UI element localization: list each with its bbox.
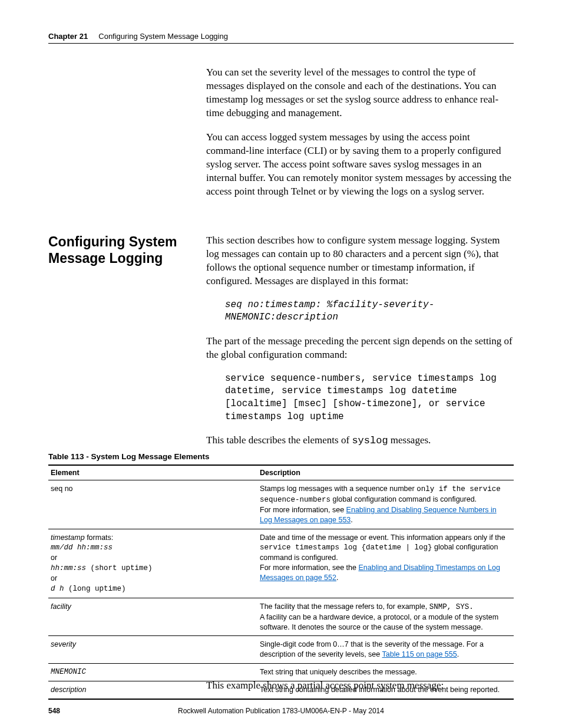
cell-element: seq no bbox=[48, 480, 257, 529]
chapter-title: Configuring System Message Logging bbox=[98, 32, 228, 41]
intro-para-2: You can access logged system messages by… bbox=[206, 131, 514, 199]
section-para-1: This section describes how to configure … bbox=[206, 234, 514, 288]
table-caption: Table 113 - System Log Message Elements bbox=[48, 452, 210, 461]
page-footer: 548 Rockwell Automation Publication 1783… bbox=[48, 707, 514, 715]
cell-description: Single-digit code from 0…7 that is the s… bbox=[257, 636, 514, 664]
cell-description: Date and time of the message or event. T… bbox=[257, 529, 514, 598]
col-element: Element bbox=[48, 465, 257, 480]
code-format: seq no:timestamp: %facility-severity-MNE… bbox=[225, 299, 514, 324]
code-commands: service sequence-numbers, service timest… bbox=[225, 373, 514, 423]
section-heading: Configuring System Message Logging bbox=[48, 234, 196, 266]
after-table-para: This example shows a partial access poin… bbox=[206, 679, 514, 693]
col-description: Description bbox=[257, 465, 514, 480]
table-row: severity Single-digit code from 0…7 that… bbox=[48, 636, 514, 664]
cell-element: facility bbox=[48, 598, 257, 636]
cell-description: The facility that the message refers to,… bbox=[257, 598, 514, 636]
chapter-number: Chapter 21 bbox=[48, 32, 88, 41]
cell-element: severity bbox=[48, 636, 257, 664]
syslog-elements-table: Element Description seq no Stamps log me… bbox=[48, 465, 514, 700]
publication-line: Rockwell Automation Publication 1783-UM0… bbox=[48, 707, 514, 715]
intro-para-1: You can set the severity level of the me… bbox=[206, 66, 514, 120]
link-severity-table[interactable]: Table 115 on page 555 bbox=[382, 650, 457, 658]
section-para-3: This table describes the elements of sys… bbox=[206, 434, 514, 448]
table-row: seq no Stamps log messages with a sequen… bbox=[48, 480, 514, 529]
section-para-2: The part of the message preceding the pe… bbox=[206, 335, 514, 362]
cell-element: timestamp formats: mm/dd hh:mm:ss or hh:… bbox=[48, 529, 257, 598]
page-header: Chapter 21 Configuring System Message Lo… bbox=[48, 32, 514, 44]
cell-description: Stamps log messages with a sequence numb… bbox=[257, 480, 514, 529]
table-row: timestamp formats: mm/dd hh:mm:ss or hh:… bbox=[48, 529, 514, 598]
table-row: facility The facility that the message r… bbox=[48, 598, 514, 636]
